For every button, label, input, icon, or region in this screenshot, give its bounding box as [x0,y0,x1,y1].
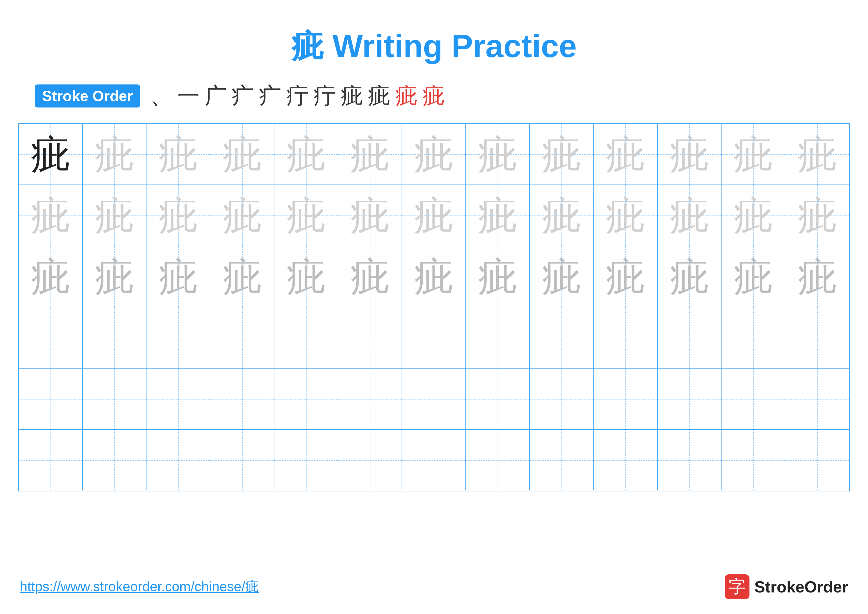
char-guide: 疵 [158,196,198,235]
char-guide: 疵 [222,135,262,174]
cell-2-8: 疵 [466,185,530,246]
char-guide: 疵 [670,135,709,174]
footer-url[interactable]: https://www.strokeorder.com/chinese/疵 [20,578,259,596]
char-guide: 疵 [478,196,518,235]
cell-1-12: 疵 [722,124,785,185]
char-guide: 疵 [797,257,837,297]
cell-4-5 [274,307,338,368]
cell-6-3 [146,430,210,490]
page-title: 疵 Writing Practice [291,25,577,68]
char-guide: 疵 [733,257,773,297]
stroke-order-badge: Stroke Order [35,84,140,107]
cell-1-8: 疵 [466,124,530,185]
cell-5-9 [530,368,594,429]
cell-2-5: 疵 [274,185,338,246]
cell-6-8 [466,430,530,490]
cell-5-8 [466,368,530,429]
stroke-10: 疵 [395,81,417,111]
logo-text: StrokeOrder [755,578,848,596]
cell-4-4 [210,307,274,368]
cell-5-6 [338,368,402,429]
cell-3-9: 疵 [530,246,594,307]
char-guide: 疵 [478,135,518,174]
char-guide: 疵 [414,257,454,297]
char-guide: 疵 [478,257,518,297]
cell-3-8: 疵 [466,246,530,307]
char-guide: 疵 [95,257,134,297]
stroke-6: 疔 [286,81,308,111]
cell-1-2: 疵 [83,124,146,185]
cell-3-13: 疵 [785,246,849,307]
cell-6-10 [594,430,657,490]
cell-3-11: 疵 [658,246,722,307]
cell-3-2: 疵 [83,246,146,307]
char-dark: 疵 [31,135,70,174]
cell-5-2 [83,368,146,429]
cell-4-11 [658,307,722,368]
stroke-8: 疵 [341,81,363,111]
char-guide: 疵 [31,257,70,297]
cell-5-3 [146,368,210,429]
char-guide: 疵 [222,257,262,297]
char-guide: 疵 [31,196,70,235]
cell-6-9 [530,430,594,490]
cell-1-7: 疵 [402,124,466,185]
grid-row-2: 疵 疵 疵 疵 疵 疵 疵 疵 疵 疵 疵 疵 疵 [19,185,849,246]
footer-logo: 字 StrokeOrder [725,574,848,599]
cell-1-5: 疵 [274,124,338,185]
char-guide: 疵 [158,135,198,174]
char-guide: 疵 [414,135,454,174]
stroke-7: 疔 [313,81,336,111]
cell-6-5 [274,430,338,490]
cell-6-11 [658,430,722,490]
stroke-11: 疵 [422,81,445,111]
char-guide: 疵 [733,196,773,235]
stroke-2: 一 [177,81,200,111]
cell-4-10 [594,307,657,368]
cell-4-3 [146,307,210,368]
char-guide: 疵 [606,196,645,235]
stroke-9: 疵 [368,81,390,111]
char-guide: 疵 [286,257,326,297]
cell-2-11: 疵 [658,185,722,246]
cell-2-10: 疵 [594,185,657,246]
cell-2-7: 疵 [402,185,466,246]
cell-6-13 [785,430,849,490]
cell-5-10 [594,368,657,429]
cell-1-11: 疵 [658,124,722,185]
cell-2-13: 疵 [785,185,849,246]
cell-1-10: 疵 [594,124,657,185]
char-guide: 疵 [222,196,262,235]
char-guide: 疵 [158,257,198,297]
grid-row-3: 疵 疵 疵 疵 疵 疵 疵 疵 疵 疵 疵 疵 疵 [19,246,849,307]
char-guide: 疵 [797,196,837,235]
cell-5-4 [210,368,274,429]
char-guide: 疵 [414,196,454,235]
cell-4-12 [722,307,785,368]
cell-3-6: 疵 [338,246,402,307]
logo-symbol: 字 [728,575,746,598]
cell-3-7: 疵 [402,246,466,307]
grid-row-4 [19,307,849,368]
grid-row-1: 疵 疵 疵 疵 疵 疵 疵 疵 疵 疵 疵 疵 疵 [19,124,849,185]
char-guide: 疵 [286,135,326,174]
char-guide: 疵 [670,257,709,297]
cell-6-1 [19,430,83,490]
char-guide: 疵 [542,135,581,174]
cell-4-1 [19,307,83,368]
cell-1-3: 疵 [146,124,210,185]
cell-2-12: 疵 [722,185,785,246]
cell-4-7 [402,307,466,368]
cell-1-4: 疵 [210,124,274,185]
grid-row-6 [19,430,849,491]
cell-5-1 [19,368,83,429]
cell-1-9: 疵 [530,124,594,185]
cell-1-1: 疵 [19,124,83,185]
cell-4-6 [338,307,402,368]
logo-icon: 字 [725,574,749,599]
cell-5-12 [722,368,785,429]
cell-2-9: 疵 [530,185,594,246]
cell-5-11 [658,368,722,429]
stroke-order-row: Stroke Order 、 一 广 疒 疒 疔 疔 疵 疵 疵 疵 [20,81,848,111]
char-guide: 疵 [95,135,134,174]
